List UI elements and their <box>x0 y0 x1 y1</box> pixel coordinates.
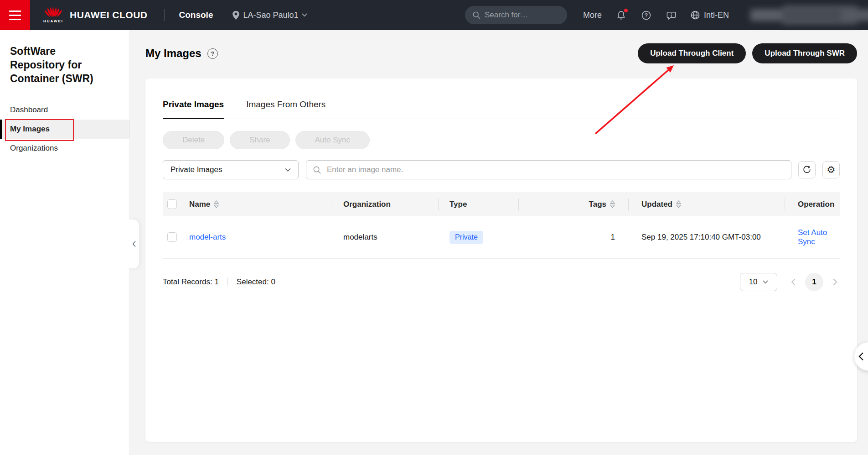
upload-through-swr-button[interactable]: Upload Through SWR <box>752 43 857 63</box>
table-footer: Total Records: 1 Selected: 0 10 <box>163 272 840 292</box>
help-icon[interactable]: ? <box>641 10 652 21</box>
images-table: Name Organization Type <box>163 192 840 259</box>
chevron-right-icon <box>833 278 837 286</box>
page-header: My Images ? Upload Through Client Upload… <box>145 43 857 63</box>
tags-cell: 1 <box>519 216 629 258</box>
tab-images-from-others[interactable]: Images From Others <box>246 99 326 119</box>
prev-page-button[interactable] <box>789 277 798 287</box>
notification-dot <box>624 9 628 12</box>
search-icon <box>313 166 321 174</box>
image-search-box <box>306 160 791 179</box>
page-root: HUAWEI HUAWEI CLOUD Console LA-Sao Paulo… <box>0 0 868 455</box>
sidebar-item-dashboard[interactable]: Dashboard <box>0 100 129 120</box>
location-pin-icon <box>232 10 240 20</box>
huawei-flower-icon <box>43 7 63 19</box>
feedback-icon[interactable] <box>666 10 677 21</box>
footer-divider <box>227 278 228 286</box>
nav-divider <box>741 9 741 21</box>
image-search-input[interactable] <box>326 165 785 175</box>
table-settings-button[interactable]: ⚙ <box>822 161 840 178</box>
type-badge: Private <box>450 231 483 244</box>
organization-cell: modelarts <box>332 216 439 258</box>
page-size-select[interactable]: 10 <box>740 273 777 291</box>
global-search-placeholder: Search for… <box>485 10 528 20</box>
next-page-button[interactable] <box>831 277 840 287</box>
share-button[interactable]: Share <box>230 131 289 149</box>
svg-text:?: ? <box>645 12 648 18</box>
images-card: Private Images Images From Others Delete… <box>145 78 857 442</box>
logo-word: HUAWEI <box>43 19 63 23</box>
more-menu[interactable]: More <box>583 10 602 20</box>
tab-private-images[interactable]: Private Images <box>163 99 224 119</box>
sidebar-collapse-handle[interactable] <box>129 219 140 269</box>
auto-sync-button[interactable]: Auto Sync <box>295 131 370 149</box>
chevron-left-icon <box>132 241 136 247</box>
sidebar-item-organizations[interactable]: Organizations <box>0 139 129 158</box>
chevron-left-icon <box>791 278 796 286</box>
sidebar-item-my-images[interactable]: My Images <box>0 120 129 139</box>
language-selector[interactable]: Intl-EN <box>690 10 729 20</box>
column-header-operation: Operation <box>798 200 834 209</box>
sidebar-title: SoftWare Repository for Container (SWR) <box>10 44 112 85</box>
locale-label: Intl-EN <box>704 10 729 20</box>
column-header-tags: Tags <box>589 200 606 209</box>
delete-button[interactable]: Delete <box>163 131 224 149</box>
chevron-down-icon <box>302 13 307 17</box>
sidebar-divider <box>10 96 118 96</box>
column-header-updated: Updated <box>641 200 672 209</box>
upload-through-client-button[interactable]: Upload Through Client <box>638 43 746 63</box>
chevron-down-icon <box>763 280 768 284</box>
search-icon <box>472 11 480 19</box>
huawei-logo: HUAWEI <box>43 7 63 23</box>
current-page-button[interactable]: 1 <box>805 273 823 291</box>
image-type-select-value: Private Images <box>170 165 222 174</box>
chevron-left-icon <box>858 352 864 361</box>
refresh-button[interactable] <box>798 161 816 178</box>
filter-row: Private Images <box>163 160 840 179</box>
table-row: model-arts modelarts Private 1 Sep 19, 2… <box>163 216 840 258</box>
sort-icon[interactable] <box>214 200 219 208</box>
bulk-actions: Delete Share Auto Sync <box>163 131 840 149</box>
sort-icon[interactable] <box>610 200 615 208</box>
table-header-row: Name Organization Type <box>163 192 840 216</box>
column-header-type: Type <box>450 200 467 209</box>
column-header-organization: Organization <box>343 200 391 209</box>
layout: SoftWare Repository for Container (SWR) … <box>0 30 868 455</box>
globe-icon <box>690 10 700 20</box>
sidebar: SoftWare Repository for Container (SWR) … <box>0 30 130 455</box>
tabs-bar: Private Images Images From Others <box>163 78 840 119</box>
console-link[interactable]: Console <box>179 10 213 20</box>
select-all-checkbox[interactable] <box>167 199 177 209</box>
refresh-icon <box>802 165 811 174</box>
set-auto-sync-link[interactable]: Set Auto Sync <box>798 228 827 246</box>
selected-count-label: Selected: 0 <box>237 277 275 287</box>
chevron-down-icon <box>285 168 291 172</box>
sort-icon[interactable] <box>676 200 681 208</box>
page-size-value: 10 <box>749 277 758 287</box>
page-title: My Images <box>145 47 202 60</box>
brand-name: HUAWEI CLOUD <box>70 10 148 21</box>
image-type-select[interactable]: Private Images <box>163 160 299 179</box>
sidebar-nav: Dashboard My Images Organizations <box>0 100 129 158</box>
global-search[interactable]: Search for… <box>465 6 567 24</box>
page-help-icon[interactable]: ? <box>207 48 218 59</box>
column-header-name: Name <box>189 200 210 209</box>
region-label: LA-Sao Paulo1 <box>243 10 298 20</box>
updated-cell: Sep 19, 2025 17:10:40 GMT-03:00 <box>629 216 785 258</box>
main-content: My Images ? Upload Through Client Upload… <box>130 30 868 455</box>
row-checkbox[interactable] <box>167 232 177 242</box>
top-nav: HUAWEI HUAWEI CLOUD Console LA-Sao Paulo… <box>0 0 868 30</box>
gear-icon: ⚙ <box>827 165 836 175</box>
hamburger-menu-icon[interactable] <box>0 0 30 30</box>
image-name-link[interactable]: model-arts <box>189 233 226 241</box>
region-selector[interactable]: LA-Sao Paulo1 <box>232 10 307 20</box>
account-name-redacted[interactable] <box>750 4 868 26</box>
nav-divider <box>164 9 165 21</box>
notifications-bell-icon[interactable] <box>616 10 627 21</box>
total-records-label: Total Records: 1 <box>163 277 219 287</box>
